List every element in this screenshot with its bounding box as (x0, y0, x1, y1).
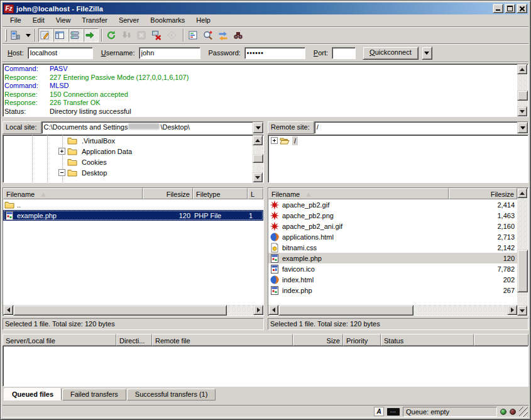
site-manager-button[interactable] (9, 28, 24, 42)
site-manager-dropdown-button[interactable] (24, 28, 32, 42)
file-row-index-php[interactable]: index.php267 (268, 285, 517, 296)
menu-item-view[interactable]: View (50, 15, 77, 26)
tree-item-item[interactable]: / (268, 135, 528, 146)
menu-item-file[interactable]: File (4, 15, 27, 26)
cancel-operation-button[interactable] (135, 28, 150, 42)
quickconnect-dropdown-button[interactable] (422, 47, 432, 60)
column-header-l[interactable]: L (248, 188, 263, 199)
tab-failed-transfers[interactable]: Failed transfers (62, 389, 126, 401)
column-header-filename[interactable]: Filename (268, 188, 449, 199)
queue-status-text: Queue: empty (403, 407, 497, 417)
host-input[interactable] (28, 47, 93, 59)
directory-filters-icon (188, 30, 198, 40)
tab-successful-transfers-1[interactable]: Successful transfers (1) (127, 389, 216, 401)
collapse-icon[interactable] (58, 169, 65, 176)
minimize-button[interactable] (493, 4, 503, 13)
status-bar: A ••• Queue: empty (3, 405, 528, 417)
menu-item-edit[interactable]: Edit (27, 15, 50, 26)
scroll-up-button[interactable] (517, 64, 527, 74)
column-header-filesize[interactable]: Filesize (449, 188, 517, 199)
column-header-priority[interactable]: Priority (343, 334, 381, 346)
scrollbar-thumb[interactable] (13, 305, 227, 316)
log-line: Command:MLSD (4, 82, 517, 91)
toggle-local-tree-button[interactable] (53, 28, 68, 42)
toggle-remote-tree-button[interactable] (68, 28, 84, 42)
toggle-transfer-queue-button[interactable] (84, 28, 99, 42)
scroll-down-button[interactable] (517, 306, 527, 316)
scrollbar-thumb[interactable] (517, 91, 528, 101)
expand-icon[interactable] (58, 148, 65, 155)
file-row-favicon-ico[interactable]: favicon.ico7,782 (268, 263, 517, 274)
scrollbar-thumb[interactable] (278, 305, 413, 316)
directory-comparison-button[interactable] (202, 28, 217, 42)
file-row-bitnami-css[interactable]: bitnami.css2,142 (268, 242, 517, 253)
file-row-example-php[interactable]: example.php120PHP File1 (3, 210, 263, 221)
synchronized-browsing-icon (218, 30, 228, 40)
expand-icon[interactable] (271, 137, 278, 144)
column-header-item[interactable] (474, 334, 528, 346)
local-horizontal-scrollbar[interactable] (3, 305, 263, 316)
resize-grip[interactable] (519, 407, 528, 417)
reconnect-button[interactable] (165, 28, 180, 42)
column-header-size[interactable]: Size (293, 334, 343, 346)
local-tree-scrollbar[interactable] (253, 135, 263, 182)
remote-site-dropdown-button[interactable] (517, 122, 528, 133)
scrollbar-thumb[interactable] (253, 154, 263, 163)
scroll-right-button[interactable] (253, 305, 263, 315)
scroll-right-button[interactable] (507, 305, 517, 315)
column-header-server-local-file[interactable]: Server/Local file (3, 334, 116, 346)
file-row-apache-pb2-png[interactable]: apache_pb2.png1,463 (268, 210, 517, 221)
remote-horizontal-scrollbar[interactable] (268, 305, 517, 316)
file-row-apache-pb2-ani-gif[interactable]: apache_pb2_ani.gif2,160 (268, 221, 517, 231)
column-header-filename[interactable]: Filename (3, 188, 143, 199)
scroll-down-button[interactable] (517, 106, 527, 116)
tree-item-desktop[interactable]: Desktop (3, 167, 253, 178)
log-scrollbar[interactable] (517, 64, 528, 116)
scroll-up-button[interactable] (253, 135, 263, 145)
username-input[interactable] (139, 47, 200, 59)
column-header-directi[interactable]: Directi... (116, 334, 152, 346)
menu-item-server[interactable]: Server (113, 15, 145, 26)
scroll-up-button[interactable] (517, 188, 527, 198)
synchronized-browsing-button[interactable] (217, 28, 232, 42)
remote-pane-splitter[interactable] (268, 183, 528, 185)
password-input[interactable] (244, 47, 305, 59)
file-row-item[interactable]: .. (3, 199, 263, 210)
process-queue-button[interactable] (120, 28, 135, 42)
tree-item-application-data[interactable]: Application Data (3, 146, 253, 157)
toolbar-grip[interactable] (5, 29, 7, 41)
menu-item-bookmarks[interactable]: Bookmarks (145, 15, 190, 26)
menu-item-help[interactable]: Help (190, 15, 216, 26)
tree-item-cookies[interactable]: Cookies (3, 157, 253, 167)
file-row-applications-html[interactable]: applications.html2,713 (268, 231, 517, 242)
local-site-dropdown-button[interactable] (253, 122, 263, 133)
find-files-button[interactable] (232, 28, 247, 42)
local-site-combo[interactable]: C:\Documents and Settings\Desktop\ (41, 121, 264, 134)
directory-filters-button[interactable] (187, 28, 202, 42)
scroll-down-button[interactable] (253, 172, 263, 182)
log-label: Response: (4, 99, 50, 108)
port-input[interactable] (332, 47, 356, 59)
column-header-filesize[interactable]: Filesize (143, 188, 193, 199)
column-header-filetype[interactable]: Filetype (193, 188, 248, 199)
menu-item-transfer[interactable]: Transfer (76, 15, 113, 26)
quickconnect-button[interactable]: Quickconnect (363, 47, 419, 60)
remote-vertical-scrollbar[interactable] (517, 188, 528, 316)
maximize-button[interactable] (505, 4, 515, 13)
file-row-example-php[interactable]: example.php120 (268, 253, 517, 263)
tree-item-virtualbox[interactable]: .VirtualBox (3, 135, 253, 146)
file-row-index-html[interactable]: index.html202 (268, 274, 517, 285)
scroll-left-button[interactable] (268, 305, 278, 315)
column-header-status[interactable]: Status (381, 334, 474, 346)
scroll-left-button[interactable] (3, 305, 13, 315)
column-header-remote-file[interactable]: Remote file (152, 334, 293, 346)
tab-queued-files[interactable]: Queued files (4, 388, 62, 401)
remote-site-combo[interactable]: / (314, 121, 528, 134)
file-row-apache-pb2-gif[interactable]: apache_pb2.gif2,414 (268, 199, 517, 210)
close-button[interactable] (517, 4, 527, 13)
local-pane-splitter[interactable] (3, 183, 264, 185)
refresh-button[interactable] (105, 28, 120, 42)
toggle-message-log-button[interactable] (38, 28, 53, 42)
disconnect-button[interactable] (150, 28, 165, 42)
scrollbar-thumb[interactable] (517, 250, 528, 292)
